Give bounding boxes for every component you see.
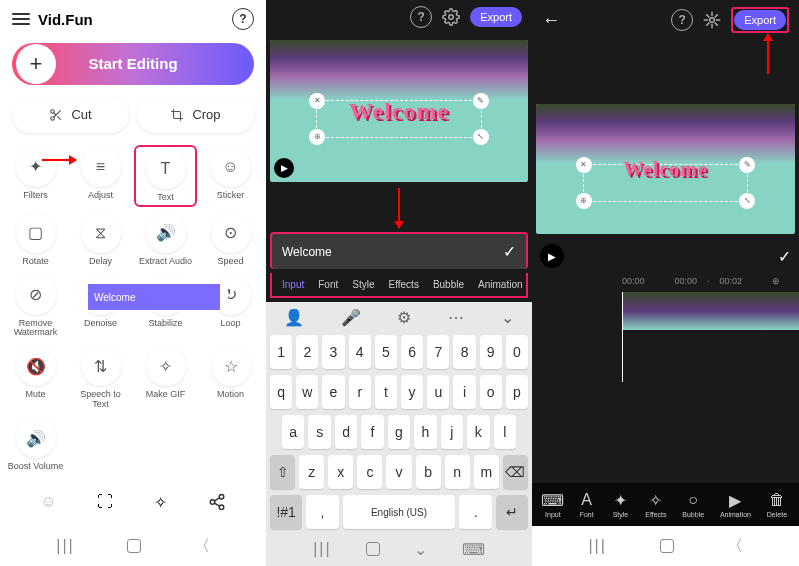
tab-bubble[interactable]: Bubble xyxy=(433,279,464,290)
key-n[interactable]: n xyxy=(445,455,470,489)
style-tool[interactable]: ✦Style xyxy=(611,491,629,518)
back-button[interactable]: ← xyxy=(542,10,560,31)
speech-to-text-tool[interactable]: ⇅Speech to Text xyxy=(69,344,132,412)
recent-apps-icon[interactable]: ||| xyxy=(56,537,74,555)
key-8[interactable]: 8 xyxy=(453,335,475,369)
key-b[interactable]: b xyxy=(416,455,441,489)
tab-input[interactable]: Input xyxy=(282,279,304,290)
key-i[interactable]: i xyxy=(453,375,475,409)
key-e[interactable]: e xyxy=(322,375,344,409)
key-1[interactable]: 1 xyxy=(270,335,292,369)
kb-toggle-icon[interactable]: ⌨ xyxy=(462,540,485,559)
make-gif-tool[interactable]: ✧Make GIF xyxy=(134,344,197,412)
back-icon[interactable]: 〈 xyxy=(194,536,210,557)
menu-icon[interactable] xyxy=(12,13,30,25)
key-⇧[interactable]: ⇧ xyxy=(270,455,295,489)
crop-button[interactable]: Crop xyxy=(137,97,254,133)
text-tool[interactable]: TText xyxy=(134,145,197,207)
export-button[interactable]: Export xyxy=(470,7,522,27)
share-icon[interactable] xyxy=(208,493,226,511)
key-7[interactable]: 7 xyxy=(427,335,449,369)
wand-icon[interactable]: ✧ xyxy=(154,493,167,512)
key-.[interactable]: . xyxy=(459,495,491,529)
remove-watermark-tool[interactable]: ⊘Remove Watermark xyxy=(4,273,67,341)
zoom-icon[interactable]: ⊕ xyxy=(772,276,780,286)
kb-down-icon[interactable]: ⌄ xyxy=(501,308,514,327)
text-clip[interactable]: Welcome xyxy=(80,282,228,312)
key-2[interactable]: 2 xyxy=(296,335,318,369)
settings-icon[interactable] xyxy=(440,6,462,28)
key-0[interactable]: 0 xyxy=(506,335,528,369)
delay-tool[interactable]: ⧖Delay xyxy=(69,211,132,269)
key-9[interactable]: 9 xyxy=(480,335,502,369)
help-icon[interactable]: ? xyxy=(671,9,693,31)
key-⌫[interactable]: ⌫ xyxy=(503,455,528,489)
key-f[interactable]: f xyxy=(361,415,383,449)
recent-apps-icon[interactable]: ||| xyxy=(588,537,606,555)
emoji-icon[interactable]: ☺ xyxy=(40,493,56,511)
key-r[interactable]: r xyxy=(349,375,371,409)
input-tool[interactable]: ⌨Input xyxy=(544,491,562,518)
kb-mic-icon[interactable]: 🎤 xyxy=(341,308,361,327)
motion-tool[interactable]: ☆Motion xyxy=(199,344,262,412)
key-o[interactable]: o xyxy=(480,375,502,409)
key-h[interactable]: h xyxy=(414,415,436,449)
tab-font[interactable]: Font xyxy=(318,279,338,290)
key-d[interactable]: d xyxy=(335,415,357,449)
key-q[interactable]: q xyxy=(270,375,292,409)
handle-br[interactable]: ⤡ xyxy=(473,129,489,145)
confirm-icon[interactable]: ✓ xyxy=(778,247,791,266)
help-icon[interactable]: ? xyxy=(232,8,254,30)
home-icon[interactable] xyxy=(127,539,141,553)
kb-more-icon[interactable]: ⋯ xyxy=(448,308,464,327)
key-z[interactable]: z xyxy=(299,455,324,489)
export-button[interactable]: Export xyxy=(734,10,786,30)
key-,[interactable]: , xyxy=(306,495,338,529)
handle-br[interactable]: ⤡ xyxy=(739,193,755,209)
key-g[interactable]: g xyxy=(388,415,410,449)
key-t[interactable]: t xyxy=(375,375,397,409)
key-!#1[interactable]: !#1 xyxy=(270,495,302,529)
key-4[interactable]: 4 xyxy=(349,335,371,369)
key-k[interactable]: k xyxy=(467,415,489,449)
mute-tool[interactable]: 🔇Mute xyxy=(4,344,67,412)
handle-bl[interactable]: ⊕ xyxy=(309,129,325,145)
cut-button[interactable]: Cut xyxy=(12,97,129,133)
animation-tool[interactable]: ▶Animation xyxy=(720,491,751,518)
tab-style[interactable]: Style xyxy=(352,279,374,290)
start-editing-button[interactable]: + Start Editing xyxy=(12,43,254,85)
key-j[interactable]: j xyxy=(441,415,463,449)
settings-icon[interactable] xyxy=(701,9,723,31)
tab-effects[interactable]: Effects xyxy=(389,279,419,290)
kb-hide-icon[interactable]: ⌄ xyxy=(414,540,427,559)
key-x[interactable]: x xyxy=(328,455,353,489)
key-c[interactable]: c xyxy=(357,455,382,489)
scan-icon[interactable]: ⛶ xyxy=(97,493,113,511)
home-icon[interactable] xyxy=(366,542,380,556)
video-preview[interactable]: ✕ ✎ ⊕ ⤡ Welcome xyxy=(536,104,795,234)
key-l[interactable]: l xyxy=(494,415,516,449)
filters-tool[interactable]: ✦Filters xyxy=(4,145,67,207)
key-5[interactable]: 5 xyxy=(375,335,397,369)
delete-tool[interactable]: 🗑Delete xyxy=(767,491,787,518)
confirm-icon[interactable]: ✓ xyxy=(503,242,516,261)
font-tool[interactable]: AFont xyxy=(578,491,596,518)
key-w[interactable]: w xyxy=(296,375,318,409)
handle-bl[interactable]: ⊕ xyxy=(576,193,592,209)
key-u[interactable]: u xyxy=(427,375,449,409)
play-button[interactable]: ▶ xyxy=(540,244,564,268)
play-button[interactable]: ▶ xyxy=(274,158,294,178)
sticker-tool[interactable]: ☺Sticker xyxy=(199,145,262,207)
recent-apps-icon[interactable]: ||| xyxy=(313,540,331,558)
key-3[interactable]: 3 xyxy=(322,335,344,369)
key-english (us)[interactable]: English (US) xyxy=(343,495,456,529)
handle-tl[interactable]: ✕ xyxy=(309,93,325,109)
boost-volume-tool[interactable]: 🔊Boost Volume xyxy=(4,416,67,474)
timeline-track[interactable] xyxy=(532,292,799,330)
playhead[interactable] xyxy=(622,292,623,382)
rotate-tool[interactable]: ▢Rotate xyxy=(4,211,67,269)
help-icon[interactable]: ? xyxy=(410,6,432,28)
effects-tool[interactable]: ✧Effects xyxy=(645,491,666,518)
kb-user-icon[interactable]: 👤 xyxy=(284,308,304,327)
text-input[interactable]: Welcome xyxy=(282,245,495,259)
